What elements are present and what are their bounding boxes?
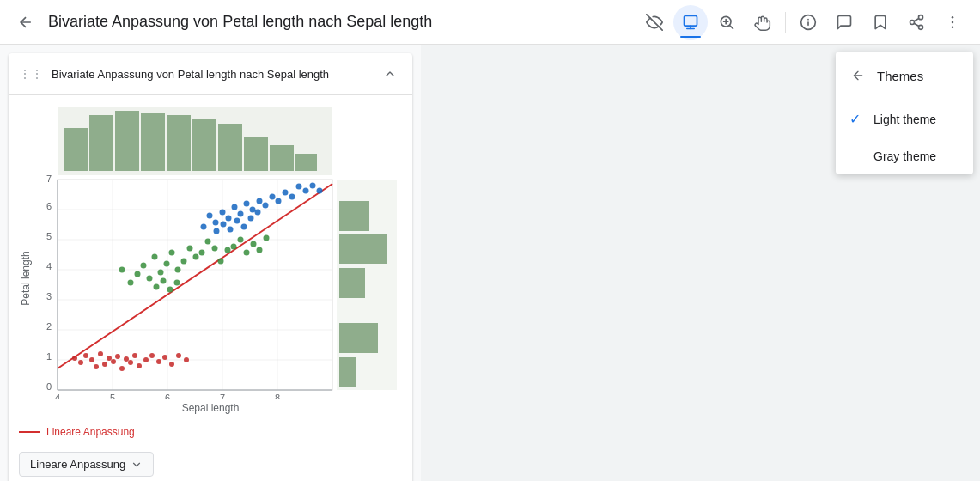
gray-theme-item[interactable]: ✓ Gray theme xyxy=(836,137,973,174)
svg-rect-137 xyxy=(339,323,378,353)
svg-point-111 xyxy=(226,216,232,222)
themes-title: Themes xyxy=(877,69,923,83)
chevron-down-icon xyxy=(131,459,143,471)
svg-point-69 xyxy=(128,360,133,365)
svg-point-60 xyxy=(89,357,94,362)
svg-point-76 xyxy=(169,362,174,367)
svg-point-58 xyxy=(78,360,83,365)
zoom-icon[interactable] xyxy=(709,5,744,40)
toolbar-icons xyxy=(637,5,970,40)
chart-card-title: Bivariate Anpassung von Petal length nac… xyxy=(52,68,378,81)
pan-icon[interactable] xyxy=(746,5,780,40)
themes-back-button[interactable] xyxy=(846,64,870,88)
bottom-controls: Lineare Anpassung xyxy=(9,445,412,481)
svg-point-119 xyxy=(276,198,282,204)
svg-point-105 xyxy=(167,287,173,293)
svg-rect-22 xyxy=(115,111,139,171)
svg-point-74 xyxy=(156,359,161,364)
svg-point-12 xyxy=(910,20,915,24)
svg-point-84 xyxy=(152,254,158,260)
svg-rect-26 xyxy=(218,124,242,171)
svg-rect-27 xyxy=(244,137,268,171)
svg-point-13 xyxy=(919,25,923,29)
svg-rect-29 xyxy=(295,154,317,171)
svg-text:8: 8 xyxy=(275,393,280,399)
svg-point-17 xyxy=(952,21,954,23)
svg-point-10 xyxy=(808,19,809,20)
svg-point-128 xyxy=(228,227,234,233)
svg-point-118 xyxy=(270,194,276,200)
svg-point-120 xyxy=(283,190,289,196)
light-theme-item[interactable]: ✓ Light theme xyxy=(836,100,973,137)
svg-point-104 xyxy=(161,278,167,284)
svg-point-123 xyxy=(303,188,309,194)
svg-point-78 xyxy=(184,357,189,362)
svg-point-125 xyxy=(317,188,323,194)
svg-point-88 xyxy=(175,267,181,273)
hide-icon[interactable] xyxy=(637,5,672,40)
svg-point-89 xyxy=(181,259,187,265)
svg-text:5: 5 xyxy=(46,231,52,241)
svg-point-70 xyxy=(132,353,137,358)
svg-text:4: 4 xyxy=(55,393,60,399)
svg-point-64 xyxy=(107,356,112,361)
left-panel: ⋮⋮ Bivariate Anpassung von Petal length … xyxy=(0,45,421,481)
svg-point-91 xyxy=(193,254,199,260)
svg-point-97 xyxy=(231,244,237,250)
svg-rect-23 xyxy=(141,113,165,171)
svg-point-11 xyxy=(919,15,923,19)
svg-point-124 xyxy=(310,183,316,189)
comment-icon[interactable] xyxy=(827,5,861,40)
more-icon[interactable] xyxy=(935,5,970,40)
annotate-icon[interactable] xyxy=(673,5,708,40)
svg-point-59 xyxy=(83,353,88,358)
svg-point-126 xyxy=(214,228,220,234)
separator xyxy=(785,12,786,33)
svg-point-114 xyxy=(244,201,250,207)
svg-text:7: 7 xyxy=(220,393,225,399)
svg-point-72 xyxy=(143,357,149,362)
bookmark-icon[interactable] xyxy=(863,5,898,40)
svg-point-113 xyxy=(238,211,244,217)
svg-point-66 xyxy=(115,354,120,359)
main-content: ⋮⋮ Bivariate Anpassung von Petal length … xyxy=(0,45,980,481)
svg-point-80 xyxy=(128,280,134,286)
svg-point-103 xyxy=(154,284,160,290)
svg-text:6: 6 xyxy=(46,201,52,211)
svg-point-18 xyxy=(952,26,954,28)
page-title: Bivariate Anpassung von Petal length nac… xyxy=(48,13,637,31)
svg-point-129 xyxy=(234,218,240,224)
svg-point-79 xyxy=(119,267,125,273)
checkmark-icon: ✓ xyxy=(849,111,867,127)
svg-rect-135 xyxy=(339,234,387,264)
svg-point-106 xyxy=(174,280,180,286)
svg-point-108 xyxy=(207,213,213,219)
svg-point-71 xyxy=(137,363,142,368)
share-icon[interactable] xyxy=(899,5,934,40)
svg-point-75 xyxy=(162,355,167,360)
svg-rect-28 xyxy=(270,145,294,171)
linear-fit-dropdown[interactable]: Lineare Anpassung xyxy=(19,452,154,477)
svg-point-131 xyxy=(248,216,254,222)
svg-point-115 xyxy=(250,207,256,213)
light-theme-label: Light theme xyxy=(873,113,936,126)
svg-point-83 xyxy=(147,276,153,282)
toolbar: Bivariate Anpassung von Petal length nac… xyxy=(0,0,980,45)
back-button[interactable] xyxy=(10,7,41,38)
svg-text:Petal length: Petal length xyxy=(20,251,32,305)
svg-rect-1 xyxy=(685,15,697,26)
svg-point-122 xyxy=(296,184,302,190)
chart-card: ⋮⋮ Bivariate Anpassung von Petal length … xyxy=(9,53,412,481)
svg-point-63 xyxy=(102,362,107,367)
svg-point-85 xyxy=(158,270,164,276)
collapse-button[interactable] xyxy=(378,62,402,86)
dropdown-label: Lineare Anpassung xyxy=(30,458,125,471)
chart-card-header: ⋮⋮ Bivariate Anpassung von Petal length … xyxy=(9,53,412,95)
svg-point-57 xyxy=(72,356,77,361)
svg-point-99 xyxy=(244,250,250,256)
svg-point-109 xyxy=(213,220,219,226)
svg-point-77 xyxy=(176,353,181,358)
right-area: Themes ✓ Light theme ✓ Gray theme xyxy=(421,45,980,481)
svg-point-121 xyxy=(289,194,295,200)
info-icon[interactable] xyxy=(791,5,825,40)
